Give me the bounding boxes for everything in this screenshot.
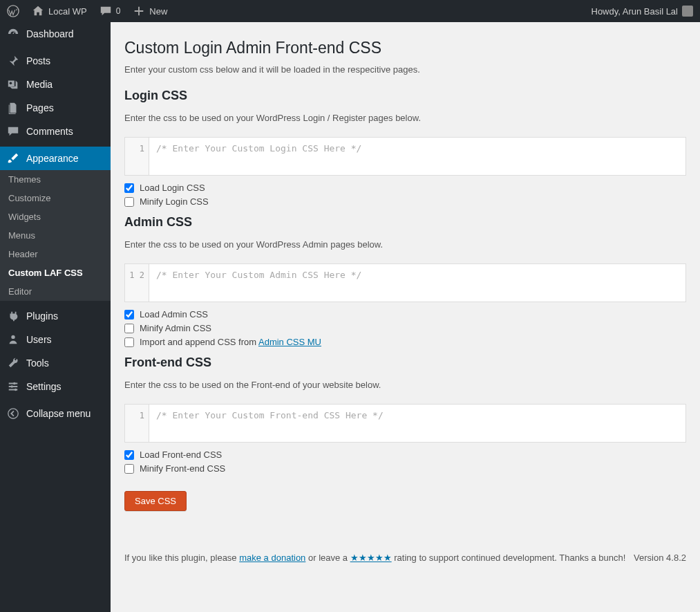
site-link[interactable]: Local WP [32,5,87,17]
menu-plugins[interactable]: Plugins [0,304,111,328]
admin-css-editor[interactable]: 1 2 /* Enter Your Custom Admin CSS Here … [124,263,686,302]
login-heading: Login CSS [124,89,686,103]
import-admin-checkbox[interactable] [124,337,134,347]
menu-dashboard[interactable]: Dashboard [0,22,111,46]
load-frontend-checkbox[interactable] [124,450,134,460]
editor-code[interactable]: /* Enter Your Custom Login CSS Here */ [149,138,685,175]
pages-icon [7,102,19,114]
load-login-checkbox[interactable] [124,183,134,193]
menu-label: Posts [26,55,50,66]
editor-code[interactable]: /* Enter Your Custom Admin CSS Here */ [149,264,685,302]
new-link[interactable]: New [133,5,167,17]
footer-note: If you like this plugin, please make a d… [124,553,686,563]
sub-header[interactable]: Header [0,245,111,263]
menu-label: Tools [26,358,49,369]
menu-posts[interactable]: Posts [0,49,111,73]
menu-label: Dashboard [26,28,74,39]
media-icon [7,78,19,91]
menu-label: Users [26,334,52,345]
frontend-css-editor[interactable]: 1 /* Enter Your Custom Front-end CSS Her… [124,404,686,443]
menu-pages[interactable]: Pages [0,96,111,120]
checkbox-label: Load Login CSS [140,183,205,193]
login-css-editor[interactable]: 1 /* Enter Your Custom Login CSS Here */ [124,137,686,176]
admin-heading: Admin CSS [124,215,686,230]
menu-comments[interactable]: Comments [0,120,111,143]
frontend-desc: Enter the css to be used on the Front-en… [124,380,686,390]
new-label: New [149,6,167,17]
load-admin-row: Load Admin CSS [124,309,686,319]
checkbox-label: Load Front-end CSS [140,449,222,460]
comments-icon [7,125,19,138]
admin-sidebar: Dashboard Posts Media Pages Comments App… [0,22,111,612]
svg-point-2 [11,335,15,339]
sub-custom-laf[interactable]: Custom LAF CSS [0,263,111,282]
checkbox-label: Load Admin CSS [140,309,208,319]
save-button[interactable]: Save CSS [124,491,187,511]
user-menu[interactable]: Howdy, Arun Basil Lal [592,6,694,17]
menu-label: Comments [26,126,73,137]
menu-label: Settings [26,381,62,392]
menu-settings[interactable]: Settings [0,375,111,398]
menu-media[interactable]: Media [0,73,111,96]
admin-bar: Local WP 0 New Howdy, Arun Basil Lal [0,0,700,22]
menu-label: Pages [26,102,54,113]
menu-label: Appearance [26,153,79,164]
editor-gutter: 1 [125,405,149,442]
sub-widgets[interactable]: Widgets [0,207,111,226]
minify-frontend-row: Minify Front-end CSS [124,463,686,474]
wordpress-icon [7,5,19,17]
menu-label: Media [26,79,53,90]
import-admin-row: Import and append CSS from Admin CSS MU [124,337,686,347]
sub-menus[interactable]: Menus [0,226,111,245]
frontend-heading: Front-end CSS [124,355,686,370]
collapse-menu[interactable]: Collapse menu [0,402,111,425]
wp-logo[interactable] [7,5,19,17]
checkbox-label: Minify Login CSS [140,196,209,207]
svg-point-3 [13,382,16,385]
brush-icon [7,152,19,165]
load-frontend-row: Load Front-end CSS [124,449,686,460]
menu-appearance[interactable]: Appearance [0,147,111,170]
pin-icon [7,55,19,67]
collapse-icon [7,407,19,420]
donate-link[interactable]: make a donation [239,553,305,563]
footer-left: If you like this plugin, please make a d… [124,553,625,563]
checkbox-label: Import and append CSS from Admin CSS MU [140,337,321,347]
content-area: Custom Login Admin Front-end CSS Enter y… [111,22,700,612]
menu-tools[interactable]: Tools [0,351,111,375]
sub-editor[interactable]: Editor [0,282,111,301]
admin-css-mu-link[interactable]: Admin CSS MU [258,337,321,347]
minify-frontend-checkbox[interactable] [124,464,134,474]
comment-icon [100,5,112,17]
load-admin-checkbox[interactable] [124,310,134,319]
editor-code[interactable]: /* Enter Your Custom Front-end CSS Here … [149,405,685,442]
settings-icon [7,380,19,393]
admin-desc: Enter the css to be used on your WordPre… [124,239,686,250]
comments-link[interactable]: 0 [100,5,121,17]
admin-bar-left: Local WP 0 New [7,5,167,17]
menu-users[interactable]: Users [0,328,111,351]
sub-customize[interactable]: Customize [0,189,111,207]
comment-count: 0 [116,6,121,16]
menu-label: Collapse menu [26,408,91,419]
page-intro: Enter your custom css below and it will … [124,64,686,75]
howdy-text: Howdy, Arun Basil Lal [592,6,679,17]
minify-login-checkbox[interactable] [124,197,134,207]
page-title: Custom Login Admin Front-end CSS [124,39,686,57]
site-name: Local WP [48,6,87,17]
rating-link[interactable]: ★★★★★ [350,553,392,563]
minify-admin-row: Minify Admin CSS [124,323,686,333]
plus-icon [133,5,145,17]
checkbox-label: Minify Front-end CSS [140,463,225,474]
plugin-icon [7,310,19,322]
checkbox-label: Minify Admin CSS [140,323,211,333]
sub-themes[interactable]: Themes [0,170,111,189]
svg-point-4 [10,385,13,388]
svg-point-6 [8,409,18,418]
version-text: Version 4.8.2 [634,553,686,563]
login-desc: Enter the css to be used on your WordPre… [124,113,686,123]
editor-gutter: 1 2 [125,264,149,302]
users-icon [7,333,19,346]
minify-admin-checkbox[interactable] [124,324,134,333]
dashboard-icon [7,28,19,40]
